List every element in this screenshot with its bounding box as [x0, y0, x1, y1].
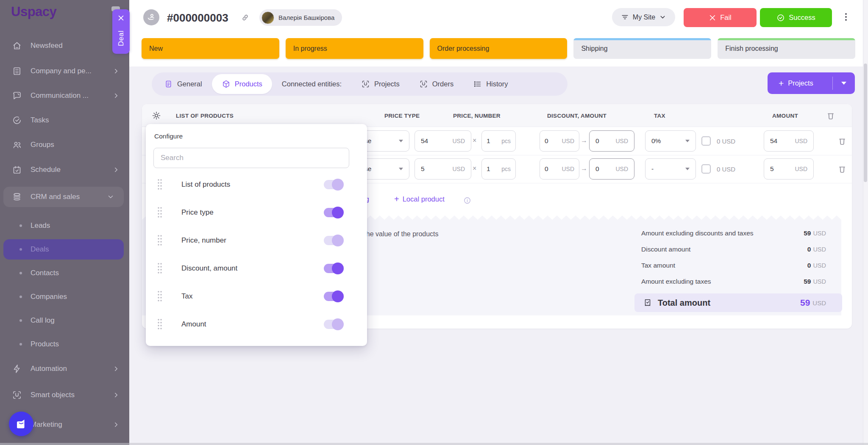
- drag-handle-icon[interactable]: [157, 318, 163, 331]
- amount-value: 54: [770, 137, 777, 145]
- stage-new[interactable]: New: [142, 38, 279, 59]
- price-input[interactable]: 54USD: [415, 130, 471, 152]
- sidebar-item-deals-active[interactable]: Deals: [3, 239, 124, 260]
- discount-input[interactable]: 0USD: [540, 158, 579, 180]
- copy-link-icon[interactable]: [241, 13, 250, 22]
- success-label: Success: [789, 14, 815, 22]
- toggle-amount[interactable]: [324, 320, 342, 329]
- quantity-input[interactable]: 1pcs: [481, 158, 516, 180]
- quantity-unit: pcs: [501, 166, 511, 172]
- owner-chip[interactable]: Валерія Башкірова: [259, 9, 342, 26]
- discount-result-value: 0: [595, 165, 599, 173]
- search-input[interactable]: [153, 148, 349, 168]
- toggle-price-type[interactable]: [324, 208, 342, 217]
- toggle-discount-amount[interactable]: [324, 264, 342, 273]
- table-settings-gear-icon[interactable]: [151, 111, 161, 121]
- sidebar-item-leads[interactable]: Leads: [0, 216, 129, 235]
- currency-unit: USD: [795, 138, 807, 144]
- arrow-right-sign: →: [581, 137, 587, 144]
- tax-select[interactable]: 0%: [645, 130, 696, 152]
- quantity-input[interactable]: 1pcs: [481, 130, 516, 152]
- delete-row-icon[interactable]: [837, 136, 847, 146]
- calendar-icon: [12, 165, 22, 175]
- list-icon: [473, 80, 482, 88]
- summary-label: Amount excluding discounts and taxes: [641, 229, 804, 237]
- tab-orders[interactable]: Orders: [409, 72, 463, 96]
- my-site-dropdown[interactable]: My Site: [612, 8, 675, 26]
- sidebar-item-label: Leads: [31, 221, 50, 230]
- summary-row: Amount excluding discounts and taxes 59 …: [641, 227, 826, 240]
- sidebar-item-schedule[interactable]: Schedule: [0, 160, 129, 179]
- support-chat-button[interactable]: [9, 412, 33, 436]
- amount-input[interactable]: 54USD: [764, 130, 814, 152]
- stage-finish-processing[interactable]: Finish processing: [718, 38, 855, 59]
- tax-included-checkbox[interactable]: [701, 136, 711, 146]
- tab-general[interactable]: General: [154, 72, 212, 96]
- sidebar-item-call-log[interactable]: Call log: [0, 311, 129, 330]
- sidebar-item-company[interactable]: Company and pe...: [0, 62, 129, 80]
- success-button[interactable]: Success: [760, 8, 832, 27]
- sidebar-item-products[interactable]: Products: [0, 335, 129, 354]
- discount-result-input[interactable]: 0USD: [589, 158, 634, 180]
- chevron-right-icon: [112, 391, 120, 399]
- toggle-list-of-products[interactable]: [324, 180, 342, 189]
- currency-unit: USD: [452, 138, 465, 144]
- delete-row-icon[interactable]: [837, 164, 847, 174]
- uspacy-logo[interactable]: Uspacy: [11, 4, 56, 19]
- sidebar-item-companies[interactable]: Companies: [0, 287, 129, 306]
- close-icon[interactable]: [117, 14, 125, 22]
- arrow-right-sign: →: [581, 165, 587, 172]
- sidebar-item-automation[interactable]: Automation: [0, 359, 129, 378]
- total-amount-label: Total amount: [658, 298, 800, 308]
- toggle-price-number[interactable]: [324, 236, 342, 245]
- tab-history[interactable]: History: [463, 72, 517, 96]
- toggle-tax[interactable]: [324, 292, 342, 301]
- scrollbar-thumb[interactable]: [864, 64, 867, 182]
- chevron-down-icon[interactable]: [841, 82, 846, 85]
- tax-select[interactable]: -: [645, 158, 696, 180]
- stage-order-processing[interactable]: Order processing: [430, 38, 568, 59]
- total-amount-value: 59: [800, 298, 810, 308]
- sidebar-item-newsfeed[interactable]: Newsfeed: [0, 36, 129, 55]
- more-menu-icon[interactable]: [841, 12, 851, 22]
- discount-result-input[interactable]: 0USD: [589, 130, 634, 152]
- tab-products-active[interactable]: Products: [212, 74, 272, 94]
- sidebar-item-contacts[interactable]: Contacts: [0, 264, 129, 282]
- stage-label: Shipping: [581, 45, 607, 53]
- deal-side-tab[interactable]: Deal: [112, 9, 130, 54]
- delete-all-rows-icon[interactable]: [826, 111, 836, 121]
- deal-tabs-bar: General Products Connected entities: Pro…: [152, 72, 568, 96]
- filter-icon: [621, 13, 629, 21]
- sidebar-item-communication[interactable]: Communication ...: [0, 86, 129, 105]
- drag-handle-icon[interactable]: [157, 206, 163, 219]
- drag-handle-icon[interactable]: [157, 234, 163, 247]
- summary-currency: USD: [813, 230, 826, 237]
- amount-input[interactable]: 5USD: [764, 158, 814, 180]
- add-projects-button[interactable]: + Projects: [768, 72, 855, 94]
- sidebar-item-groups[interactable]: Groups: [0, 135, 129, 154]
- tab-projects[interactable]: Projects: [351, 72, 409, 96]
- stage-shipping[interactable]: Shipping: [573, 38, 711, 59]
- local-product-link[interactable]: + Local product: [394, 194, 445, 204]
- sidebar-item-tasks[interactable]: Tasks: [0, 111, 129, 130]
- price-input[interactable]: 5USD: [415, 158, 471, 180]
- tax-included-checkbox[interactable]: [701, 164, 711, 174]
- configure-row-discount-amount: Discount, amount: [146, 254, 367, 282]
- tab-connected-entities[interactable]: Connected entities:: [272, 72, 351, 96]
- drag-handle-icon[interactable]: [157, 290, 163, 303]
- summary-label: Amount excluding taxes: [641, 278, 804, 285]
- multiply-sign: ×: [473, 137, 476, 144]
- drag-handle-icon[interactable]: [157, 262, 163, 275]
- configure-row-list-of-products: List of products: [146, 171, 367, 199]
- chevron-right-icon: [112, 67, 120, 75]
- app-window: Uspacy Newsfeed Company and pe... Commun…: [0, 0, 868, 445]
- sidebar-item-crm-and-sales[interactable]: CRM and sales: [3, 187, 124, 207]
- sidebar-item-smart-objects[interactable]: Smart objects: [0, 386, 129, 404]
- chevron-right-icon: [112, 421, 120, 428]
- stage-in-progress[interactable]: In progress: [286, 38, 423, 59]
- info-icon[interactable]: [463, 196, 471, 205]
- drag-handle-icon[interactable]: [157, 178, 163, 191]
- document-icon: [164, 80, 173, 88]
- fail-button[interactable]: Fail: [684, 8, 757, 27]
- discount-input[interactable]: 0USD: [540, 130, 579, 152]
